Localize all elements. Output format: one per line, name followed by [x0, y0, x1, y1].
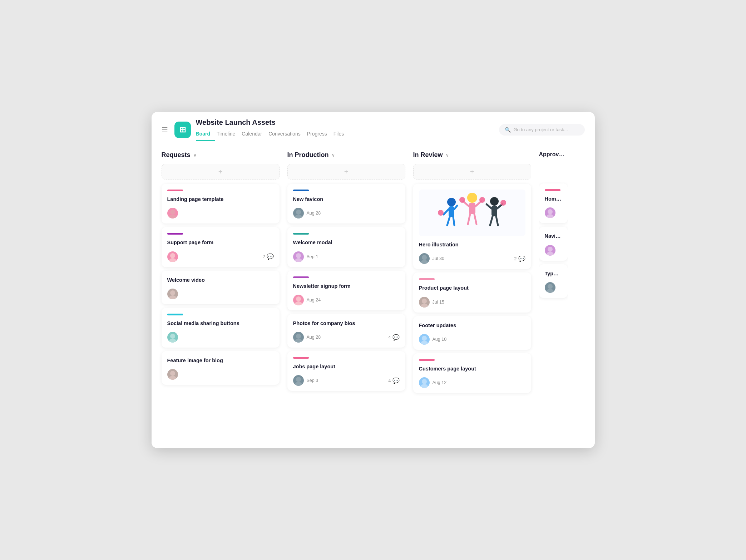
card-footer: Sep 3 4 💬: [293, 375, 400, 386]
column-title-approved: Approv…: [539, 151, 565, 158]
card-homepage-partial[interactable]: Homepa…: [539, 183, 568, 223]
avatar: [293, 295, 304, 305]
svg-point-43: [421, 260, 428, 264]
card-tag: [419, 278, 435, 280]
avatar: [419, 377, 430, 388]
card-title: Support page form: [167, 239, 274, 246]
svg-point-44: [422, 299, 427, 304]
card-newsletter[interactable]: Newsletter signup form Aug 24: [287, 271, 405, 310]
avatar: [293, 251, 304, 262]
svg-line-31: [468, 214, 470, 224]
svg-point-52: [548, 247, 553, 252]
avatar: [545, 207, 555, 218]
card-title: Hero illustration: [419, 241, 525, 248]
card-tag: [167, 314, 183, 315]
column-header-production: In Production ∨: [287, 151, 405, 159]
add-card-requests[interactable]: +: [162, 164, 280, 180]
card-support-page[interactable]: Support page form 2 💬: [162, 227, 280, 267]
hamburger-icon[interactable]: ☰: [162, 126, 168, 134]
column-header-review: In Review ∨: [413, 151, 531, 159]
column-chevron-review[interactable]: ∨: [446, 153, 449, 158]
avatar: [293, 375, 304, 386]
card-footer-updates[interactable]: Footer updates Aug 10: [413, 316, 531, 350]
card-title: Navigati…: [545, 232, 562, 240]
card-footer: Aug 10: [419, 334, 525, 345]
card-date: Aug 10: [433, 337, 447, 342]
svg-line-39: [490, 216, 493, 225]
svg-point-15: [295, 301, 302, 305]
card-feature-image[interactable]: Feature image for blog: [162, 351, 280, 385]
card-title: Landing page template: [167, 196, 274, 203]
card-tag: [293, 276, 309, 278]
card-title: Newsletter signup form: [293, 283, 400, 290]
card-tag: [293, 357, 309, 359]
avatar: [545, 245, 555, 256]
svg-point-48: [422, 379, 427, 384]
card-social-media[interactable]: Social media sharing buttons: [162, 308, 280, 348]
svg-line-29: [463, 201, 469, 206]
card-jobs-page[interactable]: Jobs page layout Sep 3 4 💬: [287, 351, 405, 391]
header: ☰ ⊞ Website Launch Assets Board Timeline…: [152, 112, 595, 141]
card-navigation-partial[interactable]: Navigati…: [539, 227, 568, 260]
card-new-favicon[interactable]: New favicon Aug 28: [287, 184, 405, 223]
card-meta: Aug 24: [293, 295, 321, 305]
svg-point-50: [548, 209, 553, 214]
card-welcome-modal[interactable]: Welcome modal Sep 1: [287, 227, 405, 267]
column-in-review: In Review ∨ +: [413, 151, 531, 441]
search-icon: 🔍: [505, 127, 511, 133]
tab-progress[interactable]: Progress: [307, 129, 332, 141]
card-title: Welcome video: [167, 276, 274, 284]
svg-point-19: [295, 382, 302, 386]
search-bar[interactable]: 🔍 Go to any project or task...: [499, 124, 585, 136]
card-typography-partial[interactable]: Typogra…: [539, 264, 568, 298]
svg-point-7: [169, 339, 176, 343]
column-title-review: In Review: [413, 151, 443, 159]
card-product-page[interactable]: Product page layout Jul 15: [413, 272, 531, 312]
card-welcome-video[interactable]: Welcome video: [162, 271, 280, 304]
card-photos-bios[interactable]: Photos for company bios Aug 28 4 💬: [287, 314, 405, 348]
svg-point-51: [547, 214, 554, 218]
svg-point-53: [547, 252, 554, 256]
svg-point-41: [500, 200, 506, 206]
avatar: [167, 208, 178, 218]
tab-files[interactable]: Files: [334, 129, 349, 141]
svg-point-9: [169, 376, 176, 380]
tab-calendar[interactable]: Calendar: [242, 129, 267, 141]
card-title: Feature image for blog: [167, 357, 274, 364]
card-customers-page[interactable]: Customers page layout Aug 12: [413, 353, 531, 393]
svg-line-37: [486, 204, 491, 208]
card-meta: Aug 28: [293, 332, 321, 343]
svg-point-33: [459, 197, 465, 203]
project-title: Website Launch Assets: [196, 118, 351, 127]
add-card-review[interactable]: +: [413, 164, 531, 180]
card-hero-illustration[interactable]: Hero illustration Jul 30 2 💬: [413, 184, 531, 269]
add-card-production[interactable]: +: [287, 164, 405, 180]
card-date: Sep 1: [307, 254, 318, 259]
avatar: [419, 334, 430, 345]
tab-board[interactable]: Board: [196, 129, 215, 141]
svg-point-34: [479, 197, 485, 203]
column-chevron-requests[interactable]: ∨: [193, 153, 197, 158]
svg-point-0: [170, 210, 175, 215]
svg-point-13: [295, 258, 302, 262]
svg-point-42: [422, 255, 427, 260]
tab-conversations[interactable]: Conversations: [268, 129, 306, 141]
svg-point-17: [295, 339, 302, 343]
comment-icon: 💬: [267, 253, 274, 260]
card-landing-page[interactable]: Landing page template: [162, 184, 280, 223]
column-header-approved: Approv…: [539, 151, 568, 158]
card-tag: [293, 190, 309, 191]
svg-line-23: [454, 206, 457, 209]
tab-timeline[interactable]: Timeline: [217, 129, 240, 141]
card-tag: [293, 233, 309, 235]
svg-point-4: [170, 290, 175, 295]
column-chevron-production[interactable]: ∨: [332, 153, 335, 158]
card-title: Welcome modal: [293, 239, 400, 246]
svg-point-18: [296, 377, 301, 382]
avatar: [419, 297, 430, 308]
card-footer: [167, 369, 274, 380]
card-title: Product page layout: [419, 284, 525, 291]
card-comments: 2 💬: [514, 255, 525, 262]
nav-tabs: Board Timeline Calendar Conversations Pr…: [196, 129, 351, 141]
svg-point-10: [296, 210, 301, 215]
